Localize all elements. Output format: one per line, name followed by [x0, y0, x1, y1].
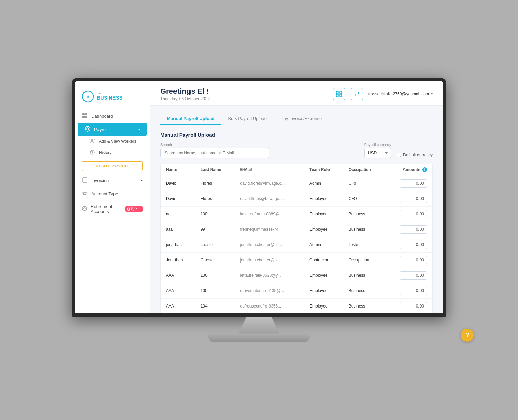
sidebar-item-history[interactable]: History	[75, 147, 150, 159]
table-row: aaa 99 frennequimmesse-74... Employee Bu…	[161, 222, 432, 237]
svg-point-7	[87, 128, 89, 130]
page-title: Manual Payroll Upload	[160, 132, 433, 138]
page-content: Manual Payroll Upload Bulk Payroll Uploa…	[150, 106, 443, 313]
header-left: Greetings El ! Thursday, 06 October 2022	[160, 87, 210, 101]
cell-email-4: jonathan.chester@bit...	[234, 237, 304, 253]
svg-rect-22	[336, 91, 338, 94]
cell-name-6: AAA	[161, 268, 195, 283]
invoicing-chevron-icon: ▾	[141, 179, 143, 182]
tab-manual-payroll[interactable]: Manual Payroll Upload	[160, 112, 221, 125]
table-header: Name Last Name E-Mail Team Role Occupati…	[161, 164, 432, 176]
svg-rect-2	[82, 113, 85, 115]
sidebar-item-invoicing[interactable]: Invoicing ▾	[75, 174, 150, 187]
table-wrapper: Name Last Name E-Mail Team Role Occupati…	[160, 164, 433, 313]
sidebar-accounttype-label: Account Type	[91, 191, 118, 196]
cell-occupation-3: Business	[343, 222, 385, 237]
table-row: David Flores david.flores@bitwage.... Em…	[161, 191, 432, 207]
cell-teamrole-8: Employee	[304, 299, 343, 313]
cell-lastname-8: 104	[195, 299, 235, 313]
tabs: Manual Payroll Upload Bulk Payroll Uploa…	[160, 112, 433, 125]
cell-name-4: jonathan	[161, 237, 195, 253]
amount-input-0[interactable]	[400, 179, 427, 188]
table-row: AAA 104 dofrousecaufro-9356... Employee …	[161, 299, 432, 313]
amount-input-5[interactable]	[400, 256, 427, 264]
cell-amount-7	[385, 283, 432, 299]
cell-amount-0	[385, 176, 432, 191]
amount-input-4[interactable]	[400, 241, 427, 249]
col-last-name: Last Name	[195, 164, 235, 176]
logo-text: bit BUSINESS	[97, 92, 123, 101]
sidebar-item-add-workers[interactable]: Add & View Workers	[75, 136, 150, 147]
cell-teamrole-4: Admin	[304, 237, 343, 253]
cell-name-3: aaa	[161, 222, 195, 237]
table-row: David Flores david.flores@inwage.c... Ad…	[161, 176, 432, 191]
transfer-icon-button[interactable]	[351, 88, 363, 100]
monitor-wrapper: B bit BUSINESS	[72, 78, 446, 342]
greeting-text: Greetings El !	[160, 87, 210, 96]
logo-area: B bit BUSINESS	[75, 87, 150, 109]
amounts-info-icon[interactable]: i	[422, 167, 427, 172]
cell-amount-6	[385, 268, 432, 283]
tab-bulk-payroll[interactable]: Bulk Payroll Upload	[221, 112, 273, 125]
sidebar-item-account-type[interactable]: Account Type	[75, 187, 150, 200]
cell-occupation-5: Occupation	[343, 253, 385, 268]
main-content: Greetings El ! Thursday, 06 October 2022	[150, 81, 443, 313]
grid-icon	[336, 91, 342, 97]
cell-name-8: AAA	[161, 299, 195, 313]
date-text: Thursday, 06 October 2022	[160, 96, 210, 101]
add-workers-icon	[89, 139, 95, 145]
dashboard-icon	[82, 113, 88, 119]
cell-email-6: lettauteirala-8620@y...	[234, 268, 304, 283]
payroll-table: Name Last Name E-Mail Team Role Occupati…	[161, 164, 432, 313]
cell-occupation-8: Business	[343, 299, 385, 313]
cell-lastname-4: chester	[195, 237, 235, 253]
default-currency-label: Default currency	[403, 153, 433, 158]
col-amounts: Amounts i	[385, 164, 432, 176]
amount-input-2[interactable]	[400, 210, 427, 218]
monitor-screen: B bit BUSINESS	[72, 78, 446, 317]
payroll-chevron-icon: ▾	[138, 127, 140, 131]
tab-pay-invoice[interactable]: Pay Invoice/Expense	[274, 112, 329, 125]
currency-group: Payroll currency USD EUR GBP BTC	[364, 142, 391, 158]
cell-teamrole-0: Admin	[304, 176, 343, 191]
cell-lastname-1: Flores	[195, 191, 235, 207]
sidebar-history-label: History	[99, 150, 111, 155]
svg-point-6	[85, 126, 90, 131]
cell-lastname-0: Flores	[195, 176, 235, 191]
default-currency-checkbox[interactable]	[397, 153, 401, 157]
table-body: David Flores david.flores@inwage.c... Ad…	[161, 176, 432, 313]
sidebar-item-payroll[interactable]: Payroll ▾	[78, 123, 147, 136]
cell-email-5: jonathan.chester@bit...	[234, 253, 304, 268]
sidebar-item-dashboard[interactable]: Dashboard	[75, 109, 150, 123]
col-team-role: Team Role	[304, 164, 343, 176]
search-input[interactable]	[160, 148, 269, 158]
amount-input-6[interactable]	[400, 271, 427, 280]
logo-business-label: BUSINESS	[97, 95, 123, 101]
grid-icon-button[interactable]	[333, 88, 345, 100]
sidebar-invoicing-label: Invoicing	[91, 178, 109, 183]
cell-amount-2	[385, 207, 432, 222]
sidebar-item-retirement[interactable]: Retirement Accounts COMING SOON	[75, 200, 150, 217]
cell-name-0: David	[161, 176, 195, 191]
create-payroll-button[interactable]: CREATE PAYROLL	[82, 161, 143, 171]
coming-soon-badge: COMING SOON	[125, 206, 143, 212]
amount-input-3[interactable]	[400, 225, 427, 234]
amount-input-1[interactable]	[400, 195, 427, 203]
search-label: Search	[160, 142, 269, 147]
cell-occupation-1: CFO	[343, 191, 385, 207]
cell-amount-8	[385, 299, 432, 313]
user-menu[interactable]: trassoizifrafo-2750@yopmail.com ▾	[368, 92, 433, 96]
cell-occupation-7: Business	[343, 283, 385, 299]
currency-select[interactable]: USD EUR GBP BTC	[364, 148, 391, 158]
bitwage-logo-icon: B	[82, 90, 94, 103]
cell-teamrole-2: Employee	[304, 207, 343, 222]
sidebar-dashboard-label: Dashboard	[91, 114, 113, 119]
cell-lastname-7: 105	[195, 283, 235, 299]
svg-rect-25	[340, 94, 342, 97]
svg-point-17	[84, 208, 85, 209]
amount-input-7[interactable]	[400, 287, 427, 295]
sidebar: B bit BUSINESS	[75, 81, 150, 313]
amount-input-8[interactable]	[400, 302, 427, 310]
user-menu-chevron-icon: ▾	[431, 92, 433, 96]
header-right: trassoizifrafo-2750@yopmail.com ▾	[333, 88, 433, 100]
